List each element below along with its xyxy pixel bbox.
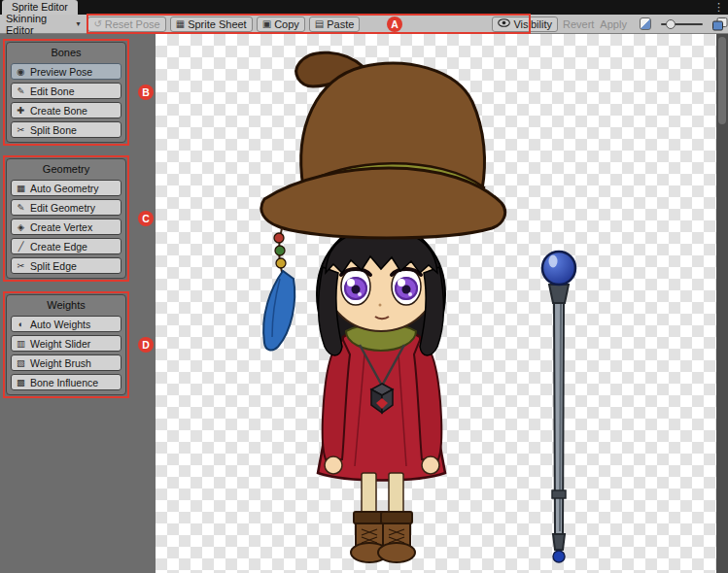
preview-pose-button[interactable]: ◉ Preview Pose (11, 63, 121, 80)
sprite-sheet-button[interactable]: ▦ Sprite Sheet (170, 17, 253, 32)
bone-influence-label: Bone Influence (30, 377, 98, 388)
copy-button[interactable]: ▣ Copy (257, 17, 305, 32)
split-edge-button[interactable]: ✂ Split Edge (11, 257, 121, 274)
copy-icon: ▣ (262, 19, 271, 29)
create-edge-button[interactable]: ╱ Create Edge (11, 238, 121, 254)
split-bone-label: Split Bone (30, 124, 77, 136)
weights-panel-title: Weights (11, 298, 121, 313)
edit-bone-button[interactable]: ✎ Edit Bone (11, 83, 121, 99)
edit-bone-icon: ✎ (16, 86, 26, 96)
apply-button[interactable]: Apply (600, 18, 627, 30)
edit-geometry-button[interactable]: ✎ Edit Geometry (11, 199, 121, 216)
split-bone-button[interactable]: ✂ Split Bone (11, 121, 121, 138)
create-edge-icon: ╱ (16, 242, 26, 252)
edit-geometry-icon: ✎ (16, 203, 26, 213)
color-swatch-icon[interactable] (640, 17, 651, 30)
bone-influence-icon: ▩ (16, 378, 26, 388)
reset-pose-label: Reset Pose (105, 18, 160, 30)
edit-bone-label: Edit Bone (30, 85, 75, 97)
weights-panel: Weights ◐ Auto Weights ▥ Weight Slider ▧… (6, 294, 126, 395)
paste-icon: ▤ (315, 19, 324, 29)
split-bone-icon: ✂ (16, 125, 26, 135)
visibility-label: Visibility (513, 18, 552, 30)
revert-button[interactable]: Revert (563, 18, 594, 30)
weight-slider-icon: ▥ (16, 339, 26, 349)
skinning-editor-dropdown[interactable]: Skinning Editor ▾ (0, 15, 86, 34)
copy-label: Copy (274, 18, 299, 30)
geometry-panel: Geometry ▦ Auto Geometry ✎ Edit Geometry… (6, 158, 126, 279)
annotation-c: C (138, 211, 154, 226)
create-vertex-icon: ◈ (16, 222, 26, 232)
paste-button[interactable]: ▤ Paste (309, 17, 361, 32)
reset-pose-icon: ↺ (93, 19, 101, 29)
auto-geometry-button[interactable]: ▦ Auto Geometry (11, 180, 121, 196)
annotation-d: D (138, 337, 154, 353)
create-bone-button[interactable]: ✚ Create Bone (11, 102, 121, 118)
auto-weights-button[interactable]: ◐ Auto Weights (11, 316, 121, 332)
preview-pose-label: Preview Pose (30, 66, 92, 78)
sprite-sheet-label: Sprite Sheet (188, 18, 247, 30)
weight-slider-label: Weight Slider (30, 338, 90, 350)
skinning-editor-label: Skinning Editor (6, 13, 72, 36)
annotation-a: A (387, 17, 402, 32)
create-bone-label: Create Bone (30, 105, 87, 117)
sprite-editor-window: Sprite Editor ⋮ Skinning Editor ▾ ↺ Rese… (0, 0, 728, 573)
auto-geometry-icon: ▦ (16, 184, 26, 193)
create-vertex-button[interactable]: ◈ Create Vertex (11, 219, 121, 235)
bones-panel-title: Bones (11, 46, 121, 60)
sprite-sheet-icon: ▦ (176, 19, 185, 29)
split-edge-icon: ✂ (16, 261, 26, 271)
bone-influence-button[interactable]: ▩ Bone Influence (11, 374, 121, 390)
sprite-canvas[interactable] (156, 34, 716, 573)
preview-pose-icon: ◉ (16, 67, 26, 77)
create-edge-label: Create Edge (30, 241, 87, 253)
split-edge-label: Split Edge (30, 260, 77, 272)
window-title-bar: Sprite Editor ⋮ (0, 0, 728, 15)
scrollbar-thumb[interactable] (718, 37, 726, 124)
weight-brush-label: Weight Brush (30, 357, 91, 369)
eye-icon (498, 18, 510, 29)
weight-brush-button[interactable]: ▧ Weight Brush (11, 354, 121, 371)
staff-sprite[interactable] (542, 252, 575, 562)
weight-slider-button[interactable]: ▥ Weight Slider (11, 335, 121, 352)
layers-icon[interactable] (712, 17, 728, 31)
bones-panel: Bones ◉ Preview Pose ✎ Edit Bone ✚ Creat… (6, 42, 126, 143)
annotation-b: B (138, 84, 154, 100)
toolbar: Skinning Editor ▾ ↺ Reset Pose ▦ Sprite … (0, 15, 728, 34)
create-vertex-label: Create Vertex (30, 221, 92, 233)
reset-pose-button[interactable]: ↺ Reset Pose (87, 17, 165, 32)
tool-sidebar: Bones ◉ Preview Pose ✎ Edit Bone ✚ Creat… (0, 34, 156, 573)
geometry-panel-title: Geometry (11, 162, 121, 177)
visibility-button[interactable]: Visibility (492, 17, 558, 32)
chevron-down-icon: ▾ (76, 19, 80, 28)
window-menu-icon[interactable]: ⋮ (713, 0, 724, 15)
auto-geometry-label: Auto Geometry (30, 183, 99, 194)
create-bone-icon: ✚ (16, 106, 26, 116)
weight-brush-icon: ▧ (16, 358, 26, 368)
paste-label: Paste (327, 18, 354, 30)
auto-weights-icon: ◐ (16, 320, 26, 329)
auto-weights-label: Auto Weights (30, 319, 90, 330)
slider-knob[interactable] (666, 19, 676, 29)
character-sprite[interactable] (261, 52, 505, 562)
vertical-scrollbar[interactable] (716, 34, 728, 573)
opacity-slider[interactable] (661, 17, 703, 31)
edit-geometry-label: Edit Geometry (30, 202, 95, 214)
